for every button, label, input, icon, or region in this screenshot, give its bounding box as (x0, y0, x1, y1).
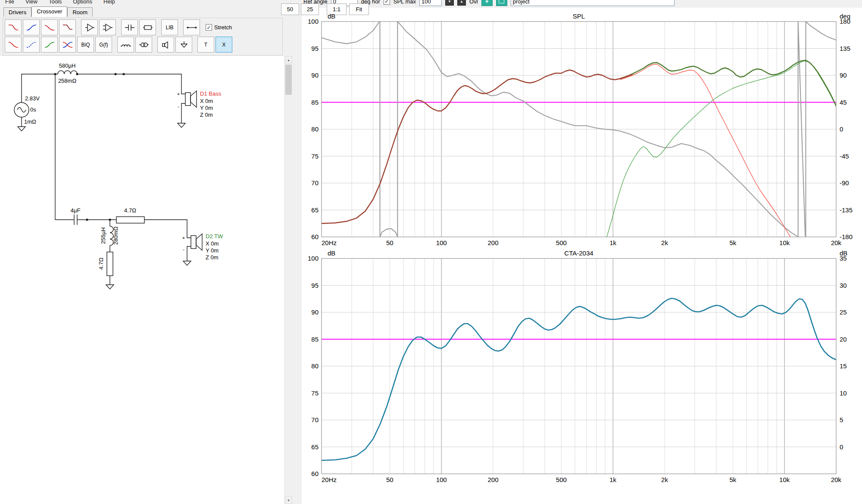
spin-down-button[interactable]: ▼ (445, 0, 454, 6)
spl-max-checkbox[interactable]: ✓ (384, 0, 390, 5)
scrollbar-thumb[interactable] (285, 65, 292, 95)
left-axis-tick: 95 (311, 282, 319, 289)
tab-crossover[interactable]: Crossover (31, 6, 67, 17)
menu-options[interactable]: Options (73, 0, 92, 5)
folder-icon (499, 0, 504, 3)
capacitor-button[interactable] (121, 19, 138, 35)
project-name-input[interactable] (511, 0, 675, 6)
scrollbar-up-button[interactable]: ▲ (285, 56, 292, 64)
ground-symbol-shunt[interactable] (106, 276, 114, 289)
menu-file[interactable]: File (5, 0, 14, 5)
x-axis-tick: 2k (661, 476, 668, 483)
overlay-label: Ovl (469, 0, 478, 5)
library-button[interactable]: LIB (161, 19, 178, 35)
left-axis-tick: 75 (311, 389, 319, 397)
source-impedance-label: 1mΩ (24, 118, 36, 125)
x-axis-tick: 10k (779, 239, 790, 246)
right-axis-tick: 135 (840, 45, 850, 52)
x-axis-tick: 1k (609, 476, 616, 483)
wire (187, 246, 191, 258)
amplifier-button[interactable] (99, 19, 116, 35)
ground-symbol-d1[interactable] (178, 121, 185, 128)
spin-up-button[interactable]: ▲ (457, 0, 466, 6)
buffer-button[interactable] (81, 19, 98, 35)
x-axis-tick: 100 (436, 239, 447, 246)
menu-view[interactable]: View (25, 0, 37, 5)
gain-function-button[interactable]: G(f) (95, 37, 112, 53)
x-axis-tick: 100 (436, 476, 447, 483)
speaker-d2-body[interactable] (191, 236, 196, 249)
shelf-red-button[interactable] (59, 19, 76, 35)
biquad-button[interactable]: BiQ (77, 37, 94, 53)
inductor-icon (120, 40, 131, 50)
d2-minus-terminal: - (183, 247, 184, 252)
tab-drivers[interactable]: Drivers (3, 7, 31, 17)
text-tool-button[interactable]: T (197, 37, 214, 53)
l2-res-label: 280mΩ (112, 227, 119, 245)
cta-2034-chart[interactable]: 10095908580757065603530252015105020Hz501… (302, 249, 862, 484)
inductor-l1[interactable] (58, 71, 77, 74)
capacitor-c1[interactable] (74, 215, 77, 225)
transformer-button[interactable] (135, 37, 152, 53)
amplifier-icon (102, 23, 113, 32)
inductor-button[interactable] (117, 37, 134, 53)
lowpass2-red-button[interactable] (41, 19, 58, 35)
right-axis-tick: -90 (840, 179, 849, 187)
scrollbar-down-button[interactable]: ▼ (285, 496, 292, 504)
filter-red2-button[interactable] (5, 37, 22, 53)
x-axis-tick: 2k (661, 239, 668, 246)
crossover-schematic-canvas[interactable]: 580µH 258mΩ 2.83V 0s 1mΩ + - D1 Bass X 0… (0, 56, 284, 504)
right-axis-tick: 0 (840, 443, 843, 451)
x-axis-tick: 50 (386, 239, 394, 246)
overlay-folder-button[interactable] (496, 0, 507, 6)
right-axis-tick: -180 (840, 233, 853, 240)
filter-green-button[interactable] (41, 37, 58, 53)
speaker-d1-body[interactable] (185, 93, 191, 106)
filter-curve-green-icon (44, 40, 55, 50)
spl-max-input[interactable] (419, 0, 442, 6)
left-axis-tick: 80 (311, 125, 319, 133)
zoom-50-button[interactable]: 50 (281, 3, 299, 15)
d2-x-label: X 0m (206, 240, 219, 247)
l2-value-label: 255µH (100, 227, 106, 244)
crossover-pair-button[interactable] (59, 37, 76, 53)
left-axis-tick: 65 (311, 443, 319, 451)
wire (181, 103, 185, 121)
x-axis-tick: 500 (556, 239, 567, 246)
left-axis-tick: 85 (311, 336, 319, 343)
d2-z-label: Z 0m (206, 254, 219, 261)
menu-help[interactable]: Help (103, 0, 115, 5)
d2-y-label: Y 0m (206, 247, 219, 254)
stretch-checkbox[interactable]: ✓ (206, 24, 212, 31)
resistor-r1[interactable] (116, 217, 144, 223)
x-axis-tick: 500 (556, 476, 567, 483)
lowpass-red-button[interactable] (5, 19, 22, 35)
spl-chart[interactable]: 100959085807570656018013590450-45-90-135… (302, 12, 862, 247)
crossover-curves-icon (62, 40, 73, 50)
source-voltage-label: 2.83V (25, 95, 40, 102)
speaker-d1-horn (191, 91, 197, 107)
ground-button[interactable] (175, 37, 192, 53)
schematic-nodes (54, 73, 125, 221)
filter-blue2-button[interactable] (23, 37, 40, 53)
tab-room[interactable]: Room (67, 7, 93, 17)
wire-icon (186, 23, 197, 32)
wire-button[interactable] (183, 19, 200, 35)
left-axis-tick: 95 (311, 45, 319, 52)
speaker-button[interactable] (157, 37, 174, 53)
schematic-scrollbar[interactable]: ▲ ▼ (284, 56, 292, 504)
left-axis-tick: 90 (311, 308, 319, 316)
r1-value-label: 4.7Ω (124, 207, 136, 214)
overlay-add-button[interactable]: + (481, 0, 493, 6)
resistor-r2[interactable] (107, 252, 113, 276)
ground-symbol-d2[interactable] (183, 258, 191, 265)
lowpass-curve-icon (8, 23, 19, 32)
left-axis-unit: dB (328, 249, 335, 257)
delete-tool-button[interactable]: X (216, 37, 232, 53)
resistor-button[interactable] (139, 19, 156, 35)
menu-tools[interactable]: Tools (49, 0, 62, 5)
right-axis-tick: 45 (840, 99, 847, 106)
sine-symbol (17, 108, 26, 112)
highpass-blue-button[interactable] (23, 19, 40, 35)
filter-curve-blue-dashed-icon (26, 40, 37, 50)
